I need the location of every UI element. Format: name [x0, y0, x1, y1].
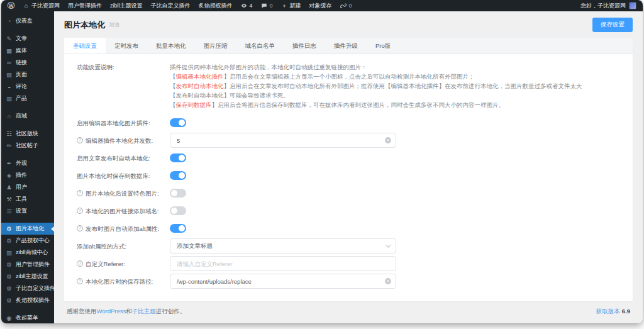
sidebar-item-用户管理插件[interactable]: ⚙用户管理插件 — [1, 259, 54, 270]
auto-add-alt-toggle[interactable] — [170, 224, 186, 233]
description-line: 插件提供两种本地化外部图片的功能，本地化时自动跳过重复链接的图片： — [170, 62, 592, 72]
sidebar-item-label: 媒体 — [16, 47, 27, 55]
help-icon[interactable]: ? — [77, 225, 83, 231]
save-settings-button[interactable]: 保存设置 — [592, 18, 633, 32]
save-path-input[interactable] — [170, 274, 396, 289]
sidebar-item-社区帖子[interactable]: ✏社区帖子 — [1, 140, 54, 152]
gear-icon: ⚙ — [6, 273, 13, 280]
wordpress-logo-icon[interactable]: Ⓦ — [8, 3, 14, 9]
sidebar-item-用户[interactable]: ♟用户 — [1, 181, 54, 193]
page-title: 图片本地化 — [64, 20, 105, 31]
sidebar-item-label: 社区帖子 — [16, 142, 38, 150]
menu-zibi-custom-plugin[interactable]: 子比自定义插件 — [151, 2, 191, 10]
add-domain-to-links-toggle[interactable] — [170, 206, 186, 215]
comments-icon: ◒ — [6, 83, 13, 90]
media-icon: ▦ — [6, 47, 13, 54]
tab-插件升级[interactable]: 插件升级 — [325, 38, 367, 53]
enable-editor-localize-toggle[interactable] — [170, 118, 186, 127]
comments-counter-label: 0 — [270, 3, 273, 9]
field-label-editor-concurrency: ?编辑器插件本地化并发数: — [77, 136, 170, 145]
sidebar-item-仪表盘[interactable]: ◔仪表盘 — [1, 15, 54, 27]
menu-user-manage-plugin[interactable]: 用户管理插件 — [68, 2, 102, 10]
field-control-alt-method: 添加文章标题 — [170, 238, 396, 254]
toggle-knob — [171, 190, 177, 196]
tab-插件日志[interactable]: 插件日志 — [284, 38, 325, 53]
sidebar-item-设置[interactable]: ☰设置 — [1, 205, 54, 217]
sidebar-item-社区版块[interactable]: ☷社区版块 — [1, 128, 54, 140]
sidebar-item-label: 炙焰授权插件 — [16, 296, 50, 304]
products-cart-icon: ▥ — [6, 95, 13, 102]
tab-批量本地化[interactable]: 批量本地化 — [147, 38, 195, 53]
custom-referer-input[interactable] — [170, 256, 396, 271]
forum-posts-icon: ✏ — [6, 142, 13, 149]
help-icon[interactable]: ? — [77, 278, 83, 284]
alt-method-select[interactable]: 添加文章标题 — [170, 238, 396, 254]
sidebar-item-label: 用户管理插件 — [16, 260, 50, 269]
help-icon[interactable]: ? — [77, 260, 83, 267]
new-content-label: 新建 — [290, 2, 301, 10]
sidebar-item-链接[interactable]: ∞链接 — [1, 57, 54, 69]
tab-基础设置[interactable]: 基础设置 — [64, 38, 106, 53]
comments-counter[interactable]: 0 — [261, 3, 273, 9]
sidebar-item-页面[interactable]: ▤页面 — [1, 69, 54, 81]
tab-定时发布[interactable]: 定时发布 — [106, 38, 147, 53]
field-label-text: 启用编辑器本地化图片插件: — [77, 118, 150, 128]
site-home[interactable]: ⌂子比资源网 — [23, 2, 60, 10]
sidebar-group-gap — [1, 122, 54, 128]
settings-form: 功能设置说明: 插件提供两种本地化外部图片的功能，本地化时自动跳过重复链接的图片… — [64, 54, 633, 301]
views-counter[interactable]: 4 — [241, 3, 253, 9]
form-row-set-featured-image: ?图片本地化后设置特色图片: — [77, 186, 620, 201]
new-content[interactable]: ＋新建 — [281, 2, 301, 10]
sidebar-item-图片本地化[interactable]: ⚙图片本地化 — [1, 223, 54, 235]
field-label-save-to-database: 图片本地化时保存到数据库: — [77, 171, 170, 181]
appearance-icon: ✒ — [6, 160, 13, 167]
tab-Pro版[interactable]: Pro版 — [367, 38, 399, 53]
links-icon: ∞ — [6, 59, 13, 66]
sidebar-item-工具[interactable]: ⚒工具 — [1, 193, 54, 205]
clear-icon[interactable]: ✕ — [385, 137, 391, 143]
menu-zibll-theme-settings[interactable]: zibll主题设置 — [110, 2, 143, 10]
field-label-add-domain-to-links: ?本地化的图片链接添加域名: — [77, 206, 170, 216]
field-control-save-to-database — [170, 171, 396, 180]
menu-zhiyan-auth-plugin[interactable]: 炙焰授权插件 — [199, 2, 233, 10]
field-label-text: 本地化图片时的保存路径: — [86, 277, 153, 286]
editor-concurrency-input[interactable] — [170, 133, 396, 148]
sidebar-item-商城[interactable]: ⌂商城 — [1, 110, 54, 122]
help-icon[interactable]: ? — [77, 208, 83, 214]
get-version-link[interactable]: 获取版本 — [596, 308, 620, 315]
footer-credit: 感谢您使用WordPress和子比主题进行创作。 — [67, 308, 186, 316]
help-icon[interactable]: ? — [77, 137, 83, 143]
sidebar-item-label: 设置 — [16, 207, 27, 215]
wordpress-link[interactable]: WordPress — [97, 308, 126, 315]
zibll-theme-link[interactable]: 子比主题 — [132, 308, 156, 315]
sidebar-item-收起菜单[interactable]: ◉收起菜单 — [1, 312, 54, 323]
avatar[interactable] — [629, 2, 636, 9]
sidebar-item-评论[interactable]: ◒评论 — [1, 81, 54, 92]
links-counter-icon — [340, 3, 347, 9]
sidebar-item-zibll商城中心[interactable]: ▥zibll商城中心 — [1, 247, 54, 259]
tab-域名白名单[interactable]: 域名白名单 — [236, 38, 284, 53]
sidebar-item-插件[interactable]: ◈插件 — [1, 169, 54, 181]
sidebar-item-文章[interactable]: ✎文章 — [1, 33, 54, 45]
sidebar-item-炙焰授权插件[interactable]: ⚙炙焰授权插件 — [1, 294, 54, 306]
links-counter[interactable]: 0 — [340, 3, 352, 9]
greeting-text: 您好，子比资源网 — [580, 2, 626, 10]
comments-counter-icon — [261, 3, 268, 9]
sidebar-item-产品授权中心[interactable]: ⚙产品授权中心 — [1, 235, 54, 247]
admin-bar-account[interactable]: 您好，子比资源网 — [580, 2, 636, 10]
clear-icon[interactable]: ✕ — [385, 278, 391, 284]
tab-图片压缩[interactable]: 图片压缩 — [195, 38, 236, 53]
set-featured-image-toggle[interactable] — [170, 189, 186, 198]
sidebar-item-产品[interactable]: ▥产品 — [1, 92, 54, 104]
sidebar-item-外观[interactable]: ✒外观 — [1, 157, 54, 169]
sidebar-item-子比自定义插件[interactable]: ⚙子比自定义插件 — [1, 282, 54, 294]
auto-localize-on-publish-toggle[interactable] — [170, 153, 186, 162]
object-cache[interactable]: 对象缓存 — [309, 2, 332, 10]
gear-icon: ⚙ — [6, 225, 13, 232]
sidebar-item-媒体[interactable]: ▦媒体 — [1, 45, 54, 57]
form-row-editor-concurrency: ?编辑器插件本地化并发数:✕ — [77, 133, 620, 148]
sidebar-item-zibll主题设置[interactable]: ⚙zibll主题设置 — [1, 270, 54, 282]
links-counter-label: 0 — [349, 3, 352, 9]
help-icon[interactable]: ? — [77, 190, 83, 196]
save-to-database-toggle[interactable] — [170, 171, 186, 180]
